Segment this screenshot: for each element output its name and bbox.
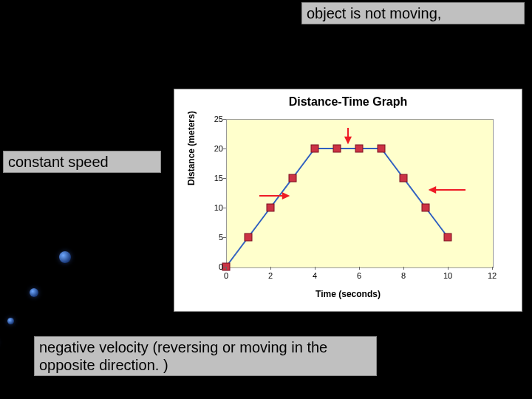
data-point [378, 145, 385, 152]
svg-marker-3 [283, 194, 288, 199]
y-tick: 10 [204, 203, 223, 212]
x-tick: 10 [440, 271, 455, 280]
label-negative-velocity: negative velocity (reversing or moving i… [34, 336, 377, 376]
label-constant-speed: constant speed [3, 151, 161, 173]
x-tick: 12 [485, 271, 499, 280]
chart-card: Distance-Time Graph Distance (meters) Ti… [174, 89, 522, 312]
chart-title: Distance-Time Graph [174, 95, 522, 109]
data-point [355, 145, 363, 152]
data-point [333, 145, 341, 152]
svg-marker-5 [430, 188, 435, 193]
y-tick: 20 [204, 144, 223, 153]
y-tick: 25 [204, 115, 223, 123]
data-point [400, 174, 407, 182]
chart-series [226, 119, 492, 267]
annotation-arrow [259, 194, 288, 199]
annotation-arrow [346, 128, 351, 143]
x-tick: 2 [263, 271, 278, 280]
x-tick: 0 [219, 271, 233, 280]
annotation-arrow [430, 188, 466, 193]
y-axis-label: Distance (meters) [186, 111, 197, 185]
data-point [245, 233, 252, 241]
series-line [226, 149, 448, 267]
y-tick: 5 [204, 233, 223, 242]
y-tick: 15 [204, 174, 223, 183]
label-not-moving: object is not moving, [301, 2, 525, 24]
x-tick: 4 [307, 271, 322, 280]
plot-area: 0510152025 024681012 [226, 119, 492, 267]
data-point [267, 204, 274, 211]
x-axis-label: Time (seconds) [174, 289, 522, 299]
x-tick: 8 [396, 271, 411, 280]
x-tick: 6 [352, 271, 366, 280]
svg-marker-1 [346, 137, 351, 143]
data-point [444, 233, 451, 241]
data-point [311, 145, 318, 152]
y-tick: 0 [204, 262, 223, 271]
data-point [289, 174, 296, 182]
data-point [422, 204, 429, 211]
